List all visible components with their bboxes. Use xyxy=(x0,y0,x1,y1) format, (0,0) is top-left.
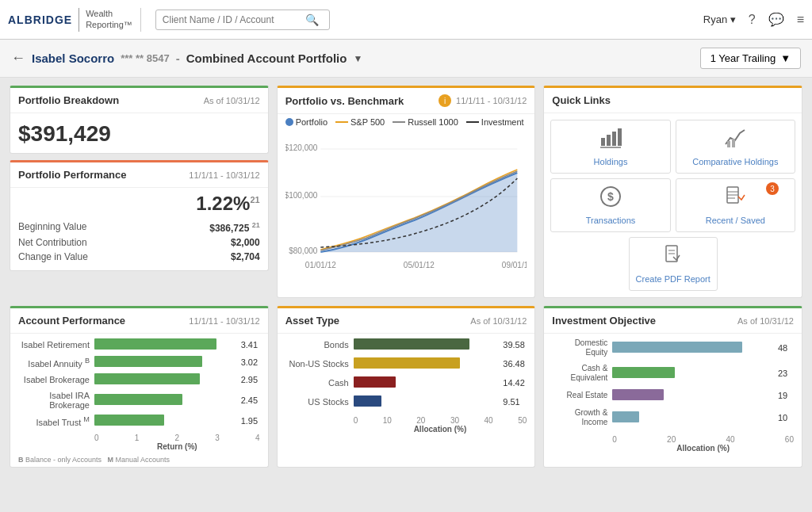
ql-comparative-holdings[interactable]: Comparative Holdings xyxy=(676,120,795,174)
svg-text:$80,000: $80,000 xyxy=(289,246,318,255)
transactions-icon: $ xyxy=(599,185,622,212)
pp-row-change: Change in Value $2,704 xyxy=(18,250,260,264)
chat-icon[interactable]: 💬 xyxy=(768,12,784,27)
pvb-column: Portfolio vs. Benchmark i 11/1/11 - 10/3… xyxy=(277,86,536,298)
asset-type-header: Asset Type As of 10/31/12 xyxy=(278,308,535,334)
comparative-holdings-icon xyxy=(724,127,746,154)
investment-objective-date: As of 10/31/12 xyxy=(737,316,794,326)
investment-objective-x-label: Allocation (%) xyxy=(552,444,794,453)
investment-objective-chart: Domestic Equity 48 Cash & Equivalent 23 … xyxy=(544,334,802,456)
at-bar-non-us-stocks: Non-US Stocks 36.48 xyxy=(285,357,527,370)
quick-links-card: Quick Links Holdings Comparative Holding… xyxy=(543,86,802,298)
header: ALBRIDGE WealthReporting™ 🔍 Ryan ▾ ? 💬 ≡ xyxy=(0,0,812,40)
portfolio-dropdown-icon[interactable]: ▼ xyxy=(353,53,362,64)
ql-transactions[interactable]: $ Transactions xyxy=(550,178,670,232)
search-box[interactable]: 🔍 xyxy=(155,10,330,30)
investment-objective-header: Investment Objective As of 10/31/12 xyxy=(544,308,802,334)
menu-icon[interactable]: ≡ xyxy=(797,13,804,27)
search-icon[interactable]: 🔍 xyxy=(305,13,319,26)
asset-type-title: Asset Type xyxy=(285,315,339,327)
client-id: *** ** 8547 xyxy=(121,52,169,64)
ql-recent-saved[interactable]: 3 Recent / Saved xyxy=(676,178,795,232)
header-right: Ryan ▾ ? 💬 ≡ xyxy=(703,12,804,27)
legend-sp500: S&P 500 xyxy=(335,117,385,127)
breadcrumb-bar: ← Isabel Socorro *** ** 8547 - Combined … xyxy=(0,40,812,78)
holdings-label: Holdings xyxy=(594,157,628,166)
at-bar-us-stocks: US Stocks 9.51 xyxy=(285,395,527,408)
pvb-info-icon[interactable]: i xyxy=(439,94,451,107)
period-button[interactable]: 1 Year Trailing ▼ xyxy=(700,48,801,69)
period-dropdown-icon: ▼ xyxy=(780,52,791,64)
period-label: 1 Year Trailing xyxy=(710,52,776,64)
legend-investment: Investment xyxy=(466,117,524,127)
recent-saved-icon xyxy=(724,185,746,212)
pvb-card: Portfolio vs. Benchmark i 11/1/11 - 10/3… xyxy=(277,86,536,298)
account-performance-x-axis: 01234 xyxy=(18,432,260,442)
svg-rect-14 xyxy=(727,141,730,147)
ap-bar-isabel-retirement: Isabel Retirement 3.41 xyxy=(18,338,260,351)
ap-bar-isabel-ira: Isabel IRA Brokerage 2.45 xyxy=(18,391,260,410)
investment-objective-title: Investment Objective xyxy=(552,315,656,327)
pp-row-beginning: Beginning Value $386,725 21 xyxy=(18,220,260,235)
pvb-title: Portfolio vs. Benchmark xyxy=(285,95,404,107)
user-menu[interactable]: Ryan ▾ xyxy=(703,13,736,25)
portfolio-performance-header: Portfolio Performance 11/1/11 - 10/31/12 xyxy=(10,162,268,188)
separator: - xyxy=(176,52,180,65)
legend-russell: Russell 1000 xyxy=(393,117,458,127)
account-performance-chart: Isabel Retirement 3.41 Isabel Annuity B … xyxy=(10,334,268,454)
pvb-header: Portfolio vs. Benchmark i 11/1/11 - 10/3… xyxy=(278,88,535,114)
main-grid: Portfolio Breakdown As of 10/31/12 $391,… xyxy=(0,78,812,476)
bottom-row: Account Performance 11/1/11 - 10/31/12 I… xyxy=(10,306,802,468)
portfolio-performance-card: Portfolio Performance 11/1/11 - 10/31/12… xyxy=(10,160,269,271)
account-performance-header: Account Performance 11/1/11 - 10/31/12 xyxy=(10,308,268,334)
ql-create-pdf[interactable]: Create PDF Report xyxy=(629,237,718,291)
create-pdf-icon xyxy=(662,244,684,271)
asset-type-x-axis: 01020304050 xyxy=(285,415,527,425)
help-icon[interactable]: ? xyxy=(749,13,756,27)
investment-objective-card: Investment Objective As of 10/31/12 Dome… xyxy=(543,306,802,468)
portfolio-breakdown-date: As of 10/31/12 xyxy=(204,96,260,105)
svg-text:05/01/12: 05/01/12 xyxy=(404,261,435,269)
logo-wealth: WealthReporting™ xyxy=(86,9,132,29)
search-input[interactable] xyxy=(163,14,305,25)
investment-objective-x-axis: 0204060 xyxy=(552,434,794,444)
logo-area: ALBRIDGE WealthReporting™ xyxy=(8,8,141,32)
transactions-label: Transactions xyxy=(586,216,636,225)
pvb-legend: Portfolio S&P 500 Russell 1000 Investmen… xyxy=(278,114,535,132)
svg-rect-11 xyxy=(612,132,616,146)
portfolio-performance-title: Portfolio Performance xyxy=(18,169,127,181)
svg-rect-15 xyxy=(732,139,735,147)
pvb-period: 11/1/11 - 10/31/12 xyxy=(456,96,527,105)
breadcrumb-left: ← Isabel Socorro *** ** 8547 - Combined … xyxy=(11,50,362,67)
holdings-icon xyxy=(599,127,622,154)
portfolio-breakdown-card: Portfolio Breakdown As of 10/31/12 $391,… xyxy=(10,86,269,154)
at-bar-bonds: Bonds 39.58 xyxy=(285,338,527,351)
asset-type-date: As of 10/31/12 xyxy=(470,316,527,326)
left-column: Portfolio Breakdown As of 10/31/12 $391,… xyxy=(10,86,269,298)
account-performance-footer: B Balance - only Accounts M Manual Accou… xyxy=(10,454,268,467)
account-performance-period: 11/1/11 - 10/31/12 xyxy=(189,316,259,326)
ql-holdings[interactable]: Holdings xyxy=(550,120,670,174)
asset-type-card: Asset Type As of 10/31/12 Bonds 39.58 No… xyxy=(277,306,536,468)
pvb-chart: $120,000 $100,000 $80,000 xyxy=(278,132,535,283)
recent-saved-badge: 3 xyxy=(766,182,779,195)
portfolio-return-value: 1.22%21 xyxy=(10,188,268,216)
at-bar-cash: Cash 14.42 xyxy=(285,376,527,389)
account-performance-card: Account Performance 11/1/11 - 10/31/12 I… xyxy=(10,306,269,468)
portfolio-performance-table: Beginning Value $386,725 21 Net Contribu… xyxy=(10,216,268,270)
portfolio-breakdown-header: Portfolio Breakdown As of 10/31/12 xyxy=(10,88,268,113)
legend-portfolio: Portfolio xyxy=(285,117,327,127)
portfolio-name: Combined Account Portfolio xyxy=(186,52,347,65)
quick-links-header: Quick Links xyxy=(544,88,802,113)
svg-text:$100,000: $100,000 xyxy=(285,191,318,200)
recent-saved-label: Recent / Saved xyxy=(706,216,765,225)
quick-links-grid: Holdings Comparative Holdings $ Transact… xyxy=(544,113,802,297)
portfolio-breakdown-title: Portfolio Breakdown xyxy=(18,94,119,106)
svg-text:$120,000: $120,000 xyxy=(285,143,318,152)
io-bar-domestic-equity: Domestic Equity 48 xyxy=(552,338,794,357)
logo-albridge: ALBRIDGE xyxy=(8,13,72,26)
quick-links-title: Quick Links xyxy=(552,94,611,106)
io-bar-real-estate: Real Estate 19 xyxy=(552,389,794,402)
svg-rect-9 xyxy=(601,138,605,146)
back-button[interactable]: ← xyxy=(11,50,25,67)
